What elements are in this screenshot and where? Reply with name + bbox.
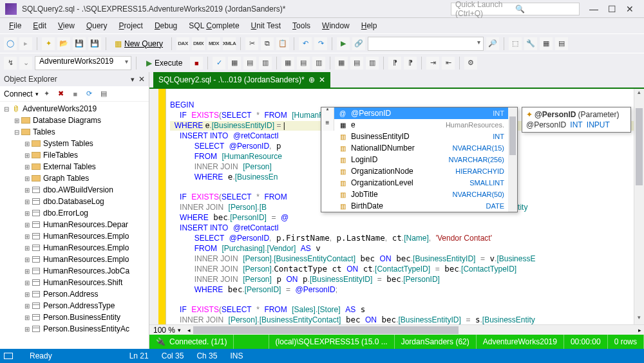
intellisense-scrollbar[interactable] xyxy=(508,107,517,212)
menu-project[interactable]: Project xyxy=(114,19,148,32)
results-file-button[interactable]: ▥ xyxy=(366,57,379,70)
query-options-button[interactable]: ▤ xyxy=(243,57,256,70)
connect-button[interactable]: ✦ xyxy=(41,88,53,100)
object-explorer-panel: Object Explorer ▾ ✕ Connect▾ ✦ ✖ ■ ⟳ ▤ ⊟… xyxy=(0,72,149,349)
intellisense-item[interactable]: ▥JobTitleNVARCHAR(50) xyxy=(334,189,508,200)
intellisense-popup[interactable]: * ≡ @@PersonIDINT ▦eHumanResources. ▥Bus… xyxy=(321,107,518,212)
tab-pin-icon[interactable]: ⊕ xyxy=(308,75,315,84)
live-stats-button[interactable]: ▤ xyxy=(297,57,310,70)
stop-button[interactable]: ■ xyxy=(190,57,203,70)
intellisense-item[interactable]: ▥NationalIDNumberNVARCHAR(15) xyxy=(334,142,508,154)
db-list-button[interactable]: ⌄ xyxy=(19,57,32,70)
uncomment-button[interactable]: ⁋ xyxy=(404,57,417,70)
menu-file[interactable]: File xyxy=(4,19,26,32)
copy-button[interactable]: ⧉ xyxy=(261,37,274,50)
tool-d-button[interactable]: ▤ xyxy=(555,37,568,50)
tab-close-icon[interactable]: ✕ xyxy=(319,75,325,84)
pin-icon[interactable]: ▾ xyxy=(131,75,135,84)
intellisense-item[interactable]: ▥BirthDateDATE xyxy=(334,200,508,212)
quick-launch-placeholder: Quick Launch (Ctrl+Q) xyxy=(455,0,515,18)
menu-edit[interactable]: Edit xyxy=(28,19,52,32)
window-title: SQLQuery2.sql - .\SQLEXPRESS15.Adventure… xyxy=(22,5,451,14)
results-grid-button[interactable]: ▦ xyxy=(335,57,348,70)
tool-b-button[interactable]: 🔧 xyxy=(524,37,537,50)
code-editor[interactable]: BEGIN IF EXISTS(SELECT * FROM [HumanReso… xyxy=(149,89,644,324)
object-explorer-tree[interactable]: ⊟🛢AdventureWorks2019 ⊞Database Diagrams … xyxy=(0,102,149,349)
new-query-icon: ▦ xyxy=(115,39,122,48)
save-all-button[interactable]: 💾 xyxy=(88,37,101,50)
nav-fwd-button[interactable]: ▸ xyxy=(19,37,32,50)
menu-window[interactable]: Window xyxy=(317,19,355,32)
dax-button[interactable]: DAX xyxy=(176,37,189,50)
intellisense-tab-list[interactable]: ≡ xyxy=(321,119,334,131)
refresh-button[interactable]: ⟳ xyxy=(84,88,95,100)
intellisense-item[interactable]: ▥OrganizationLevelSMALLINT xyxy=(334,177,508,189)
disconnect-button[interactable]: ✖ xyxy=(55,88,67,100)
zoom-combo[interactable]: 100 %▾ xyxy=(149,326,185,335)
object-explorer-toolbar: Connect▾ ✦ ✖ ■ ⟳ ▤ xyxy=(0,86,149,102)
intellisense-item[interactable]: @@PersonIDINT xyxy=(334,107,508,119)
save-button[interactable]: 💾 xyxy=(73,37,86,50)
editor-tab-bar: SQLQuery2.sql - .\...019 (JordanSanders)… xyxy=(149,72,644,89)
dmx-button[interactable]: DMX xyxy=(192,37,205,50)
ide-status-bar: Ready Ln 21 Col 35 Ch 35 INS xyxy=(0,349,644,363)
results-text-button[interactable]: ▤ xyxy=(350,57,363,70)
editor-scrollbar-horizontal[interactable]: 100 %▾ ◂ ▸ xyxy=(149,324,644,335)
editor-tab[interactable]: SQLQuery2.sql - .\...019 (JordanSanders)… xyxy=(153,72,330,88)
menu-unittest[interactable]: Unit Test xyxy=(246,19,286,32)
new-query-button[interactable]: ▦ New Query xyxy=(111,39,167,48)
outdent-button[interactable]: ⇤ xyxy=(442,57,455,70)
menu-debug[interactable]: Debug xyxy=(149,19,182,32)
start-button[interactable]: ▶ xyxy=(337,37,350,50)
change-connection-button[interactable]: ↯ xyxy=(4,57,17,70)
nav-back-button[interactable]: ◯ xyxy=(4,37,17,50)
new-project-button[interactable]: ✦ xyxy=(42,37,55,50)
menu-tools[interactable]: Tools xyxy=(287,19,316,32)
intellisense-item[interactable]: ▥BusinessEntityIDINT xyxy=(334,131,508,142)
indent-button[interactable]: ⇥ xyxy=(426,57,439,70)
minimize-button[interactable]: — xyxy=(585,4,603,14)
undo-button[interactable]: ↶ xyxy=(299,37,312,50)
play-icon: ▶ xyxy=(146,59,152,68)
intellisense-tab-all[interactable]: * xyxy=(321,107,334,119)
app-icon xyxy=(5,3,17,15)
config-combo[interactable] xyxy=(368,37,484,51)
parse-button[interactable]: ✓ xyxy=(213,57,225,70)
execute-button[interactable]: ▶ Execute xyxy=(141,59,187,68)
object-explorer-header: Object Explorer ▾ ✕ xyxy=(0,72,149,86)
parameter-info-tooltip: ✦ @PersonID (Parameter) @PersonID INT IN… xyxy=(522,107,631,133)
comment-button[interactable]: ⁋ xyxy=(388,57,401,70)
find-button[interactable]: 🔎 xyxy=(486,37,499,50)
xmla-button[interactable]: XMLA xyxy=(223,37,236,50)
menu-view[interactable]: View xyxy=(53,19,80,32)
tool-a-button[interactable]: ⬚ xyxy=(509,37,522,50)
include-plan-button[interactable]: ▦ xyxy=(281,57,294,70)
mdx-button[interactable]: MDX xyxy=(207,37,220,50)
stop-button[interactable]: ■ xyxy=(70,88,81,100)
editor-scrollbar-vertical[interactable]: ▴ ▾ xyxy=(634,89,644,324)
filter-button[interactable]: ▤ xyxy=(98,88,109,100)
quick-launch-input[interactable]: Quick Launch (Ctrl+Q) 🔍 xyxy=(451,3,580,15)
database-combo[interactable]: AdventureWorks2019 xyxy=(35,56,131,70)
cut-button[interactable]: ✂ xyxy=(245,37,258,50)
intellisense-button[interactable]: ▥ xyxy=(259,57,272,70)
menu-sqlcomplete[interactable]: SQL Complete xyxy=(184,19,244,32)
tool-c-button[interactable]: ▦ xyxy=(540,37,553,50)
menu-help[interactable]: Help xyxy=(356,19,383,32)
intellisense-item[interactable]: ▦eHumanResources. xyxy=(334,119,508,131)
close-panel-icon[interactable]: ✕ xyxy=(138,75,145,84)
redo-button[interactable]: ↷ xyxy=(314,37,327,50)
estimated-plan-button[interactable]: ▦ xyxy=(228,57,241,70)
maximize-button[interactable]: ☐ xyxy=(603,4,621,14)
client-stats-button[interactable]: ▥ xyxy=(312,57,325,70)
title-bar: SQLQuery2.sql - .\SQLEXPRESS15.Adventure… xyxy=(0,0,644,18)
close-button[interactable]: ✕ xyxy=(621,4,639,14)
search-icon: 🔍 xyxy=(515,5,575,14)
specify-values-button[interactable]: ⚙ xyxy=(464,57,477,70)
intellisense-item[interactable]: ▥OrganizationNodeHIERARCHYID xyxy=(334,165,508,177)
paste-button[interactable]: 📋 xyxy=(276,37,289,50)
attach-button[interactable]: 🔗 xyxy=(352,37,365,50)
open-button[interactable]: 📂 xyxy=(57,37,70,50)
menu-query[interactable]: Query xyxy=(81,19,113,32)
intellisense-item[interactable]: ▥LoginIDNVARCHAR(256) xyxy=(334,154,508,165)
